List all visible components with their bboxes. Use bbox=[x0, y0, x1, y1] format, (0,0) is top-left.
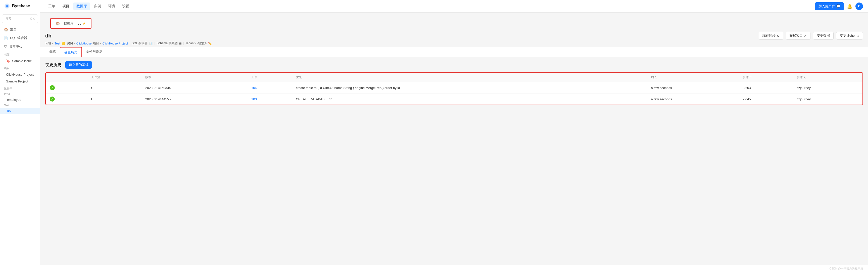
status-icon-0: ✓ bbox=[50, 85, 55, 90]
nav-instance[interactable]: 实例 bbox=[91, 2, 104, 10]
footer: CSDN @一只努力的程序员 bbox=[40, 265, 868, 272]
sidebar-item-sample-issue[interactable]: 🔖 Sample Issue bbox=[0, 58, 40, 64]
establish-baseline-button[interactable]: 建立新的基线 bbox=[65, 61, 92, 69]
table-row: ✓ UI 20230214150334 104 create table tb … bbox=[46, 82, 863, 93]
top-nav-right: 加入用户群 💬 🔔 C bbox=[815, 2, 863, 10]
schema-icon[interactable]: ⊞ bbox=[179, 42, 182, 45]
cell-sql-1: CREATE DATABASE `db`; bbox=[292, 93, 647, 105]
change-data-button[interactable]: 变更数据 bbox=[813, 32, 834, 40]
cell-status-1: ✓ bbox=[46, 93, 87, 105]
history-title: 变更历史 bbox=[45, 62, 61, 68]
change-schema-button[interactable]: 变更 Schema bbox=[836, 32, 863, 40]
sidebar-item-clickhouse-project[interactable]: ClickHouse Project bbox=[0, 71, 40, 78]
instance-link[interactable]: ClickHouse bbox=[76, 42, 92, 45]
logo[interactable]: Bytebase bbox=[0, 0, 40, 12]
col-created-by: 创建人 bbox=[793, 73, 863, 82]
cell-workflow-0: UI bbox=[87, 82, 141, 93]
avatar[interactable]: C bbox=[856, 2, 863, 10]
breadcrumb: 🏠 › 数据库 › db ★ bbox=[50, 18, 91, 29]
bookmark-icon: 🔖 bbox=[6, 59, 10, 63]
tabs: 概览 变更历史 备份与恢复 bbox=[40, 47, 868, 57]
cell-workflow-1: UI bbox=[87, 93, 141, 105]
history-content: 变更历史 建立新的基线 工作流 版本 工单 SQL 时长 bbox=[40, 57, 868, 109]
search-shortcut: ⌘ K bbox=[29, 17, 35, 20]
instance-icon: 🟡 bbox=[62, 42, 65, 45]
nav-environment[interactable]: 环境 bbox=[105, 2, 118, 10]
meta-divider-2: | bbox=[154, 42, 155, 45]
sidebar-item-home[interactable]: 🏠 主页 bbox=[0, 25, 40, 34]
projects-label: 项目 bbox=[0, 64, 40, 71]
sidebar-db-label: db bbox=[7, 109, 10, 113]
sync-label: 现在同步 bbox=[763, 33, 776, 38]
sidebar-db-employee[interactable]: employee bbox=[0, 96, 40, 103]
instance-label: 实例 - bbox=[67, 41, 75, 46]
col-workflow: 工作流 bbox=[87, 73, 141, 82]
sql-editor-label: SQL 编辑器 bbox=[132, 41, 148, 46]
transfer-icon: ↗ bbox=[804, 34, 807, 38]
cell-version-0: 20230214150334 bbox=[141, 82, 247, 93]
search-bar[interactable]: 搜索 ⌘ K bbox=[2, 14, 38, 23]
sidebar-item-sample-project[interactable]: Sample Project bbox=[0, 78, 40, 85]
status-icon-1: ✓ bbox=[50, 96, 55, 101]
breadcrumb-current: db bbox=[78, 22, 81, 25]
cell-issue-1[interactable]: 103 bbox=[247, 93, 292, 105]
page-title: db bbox=[45, 33, 51, 39]
sidebar-sample-issue-label: Sample Issue bbox=[12, 59, 32, 63]
tenant-label: Tenant - <空值> bbox=[185, 41, 207, 46]
change-schema-label: 变更 Schema bbox=[840, 33, 859, 38]
sidebar-item-anomaly[interactable]: 🛡 异常中心 bbox=[0, 42, 40, 51]
issue-link-1[interactable]: 103 bbox=[251, 97, 257, 101]
join-community-button[interactable]: 加入用户群 💬 bbox=[815, 2, 844, 10]
history-header: 变更历史 建立新的基线 bbox=[45, 61, 863, 69]
sidebar-item-home-label: 主页 bbox=[10, 27, 17, 32]
join-community-label: 加入用户群 bbox=[818, 4, 835, 8]
project-link[interactable]: ClickHouse Project bbox=[102, 42, 128, 45]
breadcrumb-home[interactable]: 🏠 bbox=[56, 22, 60, 25]
meta-info: 环境 - Test 🟡 实例 - ClickHouse 项目 - ClickHo… bbox=[40, 40, 868, 47]
edit-icon[interactable]: ✏️ bbox=[208, 42, 212, 45]
env-label: 环境 - bbox=[45, 41, 53, 46]
tab-change-history[interactable]: 变更历史 bbox=[60, 47, 82, 57]
search-text: 搜索 bbox=[5, 17, 11, 21]
top-nav: 工单 项目 数据库 实例 环境 设置 加入用户群 💬 🔔 C bbox=[40, 0, 868, 12]
issue-link-0[interactable]: 104 bbox=[251, 86, 257, 90]
sql-editor-icon[interactable]: 📊 bbox=[149, 42, 153, 45]
cell-duration-0: a few seconds bbox=[647, 82, 739, 93]
cell-version-1: 20230214144555 bbox=[141, 93, 247, 105]
footer-text: CSDN @一只努力的程序员 bbox=[830, 267, 863, 270]
cell-sql-0: create table tb ( id UInt32, name String… bbox=[292, 82, 647, 93]
notification-icon[interactable]: 🔔 bbox=[847, 3, 852, 9]
cell-created-at-0: 23:03 bbox=[739, 82, 793, 93]
schema-label: Schema 关系图 bbox=[157, 41, 178, 46]
page-actions: 现在同步 ↻ 转移项目 ↗ 变更数据 变更 Schema bbox=[759, 32, 863, 40]
sidebar-item-sql-label: SQL 编辑器 bbox=[10, 36, 27, 40]
tab-backup[interactable]: 备份与恢复 bbox=[82, 47, 106, 57]
sidebar-db-db[interactable]: db bbox=[0, 108, 40, 114]
meta-divider-3: | bbox=[183, 42, 184, 45]
breadcrumb-databases[interactable]: 数据库 bbox=[64, 21, 74, 26]
sync-icon: ↻ bbox=[777, 34, 779, 38]
cell-created-by-1: czjourney bbox=[793, 93, 863, 105]
nav-project[interactable]: 项目 bbox=[59, 2, 72, 10]
content: 🏠 › 数据库 › db ★ db 现在同步 ↻ 转移项目 bbox=[40, 12, 868, 265]
bookmarks-label: 书签 bbox=[0, 51, 40, 58]
cell-status-0: ✓ bbox=[46, 82, 87, 93]
prod-env-label: Prod bbox=[0, 91, 40, 96]
breadcrumb-star[interactable]: ★ bbox=[83, 21, 86, 25]
nav-database[interactable]: 数据库 bbox=[73, 2, 90, 10]
env-link[interactable]: Test bbox=[55, 42, 60, 45]
transfer-button[interactable]: 转移项目 ↗ bbox=[786, 32, 810, 40]
test-env-label: Test bbox=[0, 103, 40, 108]
history-table-wrapper: 工作流 版本 工单 SQL 时长 创建于 创建人 ✓ UI bbox=[45, 72, 863, 105]
nav-settings[interactable]: 设置 bbox=[119, 2, 132, 10]
sidebar-item-sql-editor[interactable]: 📄 SQL 编辑器 bbox=[0, 34, 40, 42]
tab-overview[interactable]: 概览 bbox=[45, 47, 60, 57]
breadcrumb-sep-2: › bbox=[75, 22, 76, 25]
sidebar-clickhouse-project-label: ClickHouse Project bbox=[6, 73, 34, 77]
sidebar-nav: 🏠 主页 📄 SQL 编辑器 🛡 异常中心 书签 🔖 Sample Issue … bbox=[0, 25, 40, 272]
sidebar-sample-project-label: Sample Project bbox=[6, 80, 28, 83]
cell-issue-0[interactable]: 104 bbox=[247, 82, 292, 93]
nav-workorder[interactable]: 工单 bbox=[45, 2, 58, 10]
sync-button[interactable]: 现在同步 ↻ bbox=[759, 32, 783, 40]
home-icon: 🏠 bbox=[4, 28, 8, 31]
